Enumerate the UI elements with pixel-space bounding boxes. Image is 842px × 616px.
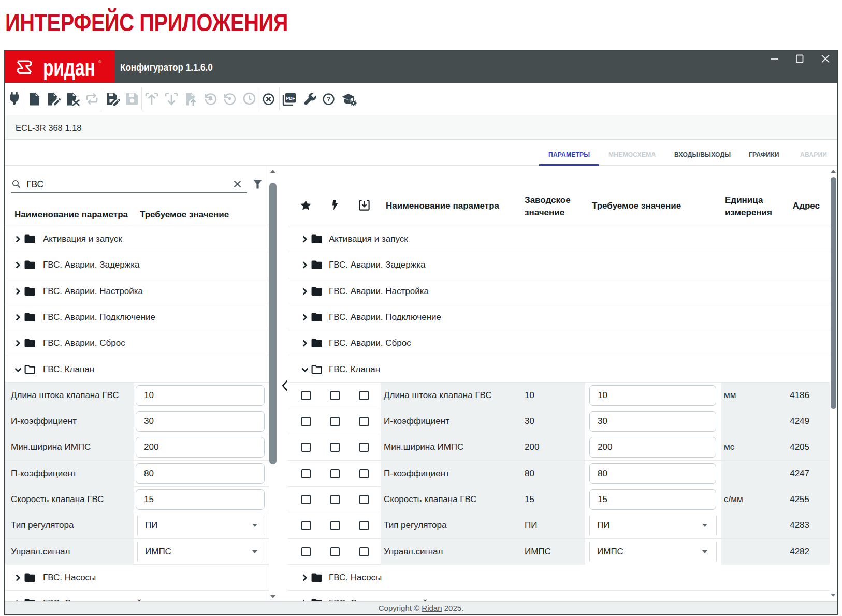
svg-text:PDF: PDF [286, 96, 295, 101]
svg-text:?: ? [327, 95, 331, 103]
